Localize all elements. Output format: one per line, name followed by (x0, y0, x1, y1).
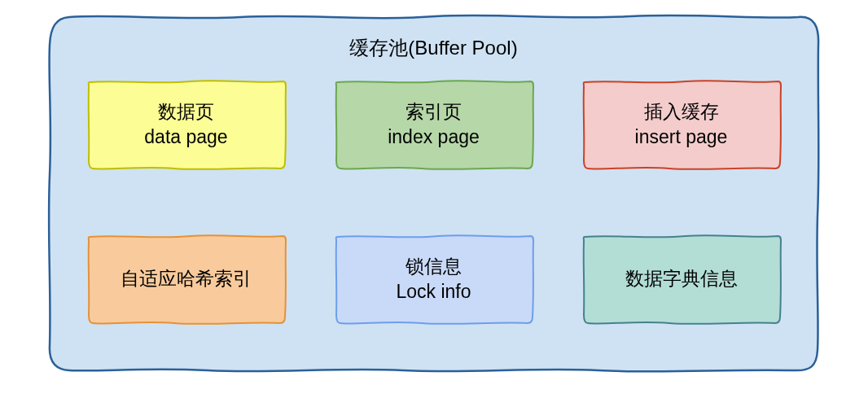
box-label-primary: 索引页 (388, 99, 480, 125)
box-label-primary: 插入缓存 (635, 99, 728, 125)
diagram-box: 自适应哈希索引 (85, 230, 288, 328)
box-label-primary: 数据字典信息 (625, 266, 738, 291)
diagram-box: 索引页index page (332, 76, 536, 173)
box-label-secondary: index page (388, 125, 480, 150)
box-grid: 数据页data page索引页index page插入缓存insert page… (84, 76, 783, 357)
diagram-box: 插入缓存insert page (580, 76, 783, 173)
diagram-box: 数据页data page (85, 76, 288, 173)
box-label-secondary: insert page (635, 125, 728, 150)
box-label-secondary: data page (144, 125, 227, 150)
box-label-primary: 数据页 (144, 99, 227, 125)
buffer-pool-container: 缓存池(Buffer Pool) 数据页data page索引页index pa… (45, 12, 822, 374)
diagram-box: 锁信息Lock info (332, 230, 536, 328)
box-label-primary: 锁信息 (396, 254, 471, 279)
diagram-title: 缓存池(Buffer Pool) (45, 35, 822, 61)
diagram-box: 数据字典信息 (580, 230, 783, 328)
box-label-secondary: Lock info (396, 279, 471, 304)
box-label-primary: 自适应哈希索引 (121, 266, 252, 291)
